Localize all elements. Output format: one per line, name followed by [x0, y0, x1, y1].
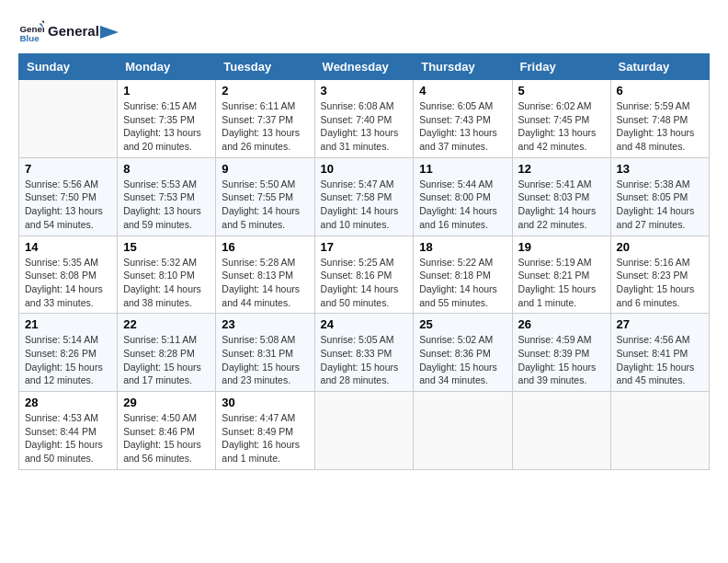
day-number: 19: [518, 240, 605, 254]
svg-marker-4: [100, 26, 119, 39]
day-info: Sunrise: 5:32 AM Sunset: 8:10 PM Dayligh…: [123, 256, 210, 310]
calendar-cell: 18Sunrise: 5:22 AM Sunset: 8:18 PM Dayli…: [414, 236, 512, 314]
day-info: Sunrise: 5:05 AM Sunset: 8:33 PM Dayligh…: [321, 333, 408, 387]
logo-arrow-icon: [100, 26, 119, 39]
day-info: Sunrise: 4:50 AM Sunset: 8:46 PM Dayligh…: [123, 411, 210, 465]
day-number: 29: [123, 396, 210, 409]
day-number: 25: [419, 317, 506, 331]
day-number: 6: [617, 84, 703, 98]
day-number: 21: [25, 317, 111, 331]
day-info: Sunrise: 5:28 AM Sunset: 8:13 PM Dayligh…: [222, 256, 308, 310]
calendar-cell: [414, 392, 512, 470]
day-number: 16: [222, 240, 308, 254]
day-number: 24: [321, 317, 408, 331]
col-saturday: Saturday: [610, 54, 709, 80]
calendar-cell: 14Sunrise: 5:35 AM Sunset: 8:08 PM Dayli…: [19, 236, 118, 314]
calendar-week-row: 7Sunrise: 5:56 AM Sunset: 7:50 PM Daylig…: [19, 157, 710, 236]
calendar-cell: 2Sunrise: 6:11 AM Sunset: 7:37 PM Daylig…: [216, 80, 314, 158]
day-number: 23: [222, 317, 308, 331]
logo: General Blue General: [18, 18, 119, 44]
calendar-cell: 16Sunrise: 5:28 AM Sunset: 8:13 PM Dayli…: [216, 236, 314, 314]
col-thursday: Thursday: [414, 54, 512, 80]
calendar-cell: 13Sunrise: 5:38 AM Sunset: 8:05 PM Dayli…: [610, 157, 709, 236]
day-number: 17: [321, 240, 408, 254]
day-info: Sunrise: 4:47 AM Sunset: 8:49 PM Dayligh…: [222, 411, 308, 465]
calendar-cell: [610, 392, 709, 470]
calendar-cell: 25Sunrise: 5:02 AM Sunset: 8:36 PM Dayli…: [414, 314, 512, 392]
calendar-cell: 12Sunrise: 5:41 AM Sunset: 8:03 PM Dayli…: [512, 157, 610, 236]
col-sunday: Sunday: [19, 54, 118, 80]
calendar-week-row: 14Sunrise: 5:35 AM Sunset: 8:08 PM Dayli…: [19, 236, 710, 314]
day-number: 3: [321, 84, 408, 98]
day-info: Sunrise: 6:05 AM Sunset: 7:43 PM Dayligh…: [419, 99, 506, 154]
day-info: Sunrise: 4:56 AM Sunset: 8:41 PM Dayligh…: [617, 333, 703, 387]
day-number: 18: [419, 240, 506, 254]
calendar-cell: 23Sunrise: 5:08 AM Sunset: 8:31 PM Dayli…: [216, 314, 314, 392]
day-number: 20: [617, 240, 703, 254]
logo-line1: General: [48, 24, 119, 40]
day-info: Sunrise: 5:08 AM Sunset: 8:31 PM Dayligh…: [222, 333, 308, 387]
day-info: Sunrise: 6:02 AM Sunset: 7:45 PM Dayligh…: [518, 99, 605, 154]
day-info: Sunrise: 5:47 AM Sunset: 7:58 PM Dayligh…: [321, 178, 408, 232]
day-info: Sunrise: 4:59 AM Sunset: 8:39 PM Dayligh…: [518, 333, 605, 387]
day-info: Sunrise: 5:16 AM Sunset: 8:23 PM Dayligh…: [617, 256, 703, 310]
day-number: 27: [617, 317, 703, 331]
calendar-week-row: 1Sunrise: 6:15 AM Sunset: 7:35 PM Daylig…: [19, 80, 710, 158]
col-monday: Monday: [118, 54, 216, 80]
calendar-cell: 27Sunrise: 4:56 AM Sunset: 8:41 PM Dayli…: [610, 314, 709, 392]
calendar-cell: 26Sunrise: 4:59 AM Sunset: 8:39 PM Dayli…: [512, 314, 610, 392]
day-info: Sunrise: 6:08 AM Sunset: 7:40 PM Dayligh…: [321, 99, 408, 154]
day-number: 12: [518, 162, 605, 176]
day-info: Sunrise: 5:35 AM Sunset: 8:08 PM Dayligh…: [25, 256, 111, 310]
calendar-cell: [512, 392, 610, 470]
day-info: Sunrise: 4:53 AM Sunset: 8:44 PM Dayligh…: [25, 411, 111, 465]
day-info: Sunrise: 5:02 AM Sunset: 8:36 PM Dayligh…: [419, 333, 506, 387]
calendar-cell: 30Sunrise: 4:47 AM Sunset: 8:49 PM Dayli…: [216, 392, 314, 470]
day-number: 2: [222, 84, 308, 98]
logo-icon: General Blue: [18, 18, 44, 44]
day-info: Sunrise: 5:14 AM Sunset: 8:26 PM Dayligh…: [25, 333, 111, 387]
day-info: Sunrise: 5:59 AM Sunset: 7:48 PM Dayligh…: [617, 99, 703, 154]
calendar-week-row: 28Sunrise: 4:53 AM Sunset: 8:44 PM Dayli…: [19, 392, 710, 470]
calendar-cell: 15Sunrise: 5:32 AM Sunset: 8:10 PM Dayli…: [118, 236, 216, 314]
col-wednesday: Wednesday: [314, 54, 414, 80]
day-number: 11: [419, 162, 506, 176]
day-number: 22: [123, 317, 210, 331]
calendar-cell: 21Sunrise: 5:14 AM Sunset: 8:26 PM Dayli…: [19, 314, 118, 392]
day-info: Sunrise: 5:38 AM Sunset: 8:05 PM Dayligh…: [617, 178, 703, 232]
day-info: Sunrise: 5:50 AM Sunset: 7:55 PM Dayligh…: [222, 178, 308, 232]
day-number: 8: [123, 162, 210, 176]
calendar-cell: 22Sunrise: 5:11 AM Sunset: 8:28 PM Dayli…: [118, 314, 216, 392]
day-info: Sunrise: 5:11 AM Sunset: 8:28 PM Dayligh…: [123, 333, 210, 387]
calendar-cell: 5Sunrise: 6:02 AM Sunset: 7:45 PM Daylig…: [512, 80, 610, 158]
calendar-cell: 6Sunrise: 5:59 AM Sunset: 7:48 PM Daylig…: [610, 80, 709, 158]
calendar-cell: [314, 392, 414, 470]
calendar-cell: 19Sunrise: 5:19 AM Sunset: 8:21 PM Dayli…: [512, 236, 610, 314]
calendar-header-row: Sunday Monday Tuesday Wednesday Thursday…: [19, 54, 710, 80]
day-number: 5: [518, 84, 605, 98]
calendar-cell: 4Sunrise: 6:05 AM Sunset: 7:43 PM Daylig…: [414, 80, 512, 158]
day-number: 7: [25, 162, 111, 176]
day-info: Sunrise: 5:44 AM Sunset: 8:00 PM Dayligh…: [419, 178, 506, 232]
calendar-cell: 17Sunrise: 5:25 AM Sunset: 8:16 PM Dayli…: [314, 236, 414, 314]
day-number: 1: [123, 84, 210, 98]
calendar-cell: 10Sunrise: 5:47 AM Sunset: 7:58 PM Dayli…: [314, 157, 414, 236]
day-number: 26: [518, 317, 605, 331]
day-info: Sunrise: 5:19 AM Sunset: 8:21 PM Dayligh…: [518, 256, 605, 310]
col-friday: Friday: [512, 54, 610, 80]
day-number: 28: [25, 396, 111, 409]
day-info: Sunrise: 6:15 AM Sunset: 7:35 PM Dayligh…: [123, 99, 210, 154]
day-info: Sunrise: 5:22 AM Sunset: 8:18 PM Dayligh…: [419, 256, 506, 310]
calendar-cell: 28Sunrise: 4:53 AM Sunset: 8:44 PM Dayli…: [19, 392, 118, 470]
calendar-cell: 9Sunrise: 5:50 AM Sunset: 7:55 PM Daylig…: [216, 157, 314, 236]
col-tuesday: Tuesday: [216, 54, 314, 80]
day-number: 30: [222, 396, 308, 409]
calendar-cell: 24Sunrise: 5:05 AM Sunset: 8:33 PM Dayli…: [314, 314, 414, 392]
calendar-cell: 11Sunrise: 5:44 AM Sunset: 8:00 PM Dayli…: [414, 157, 512, 236]
calendar-cell: 8Sunrise: 5:53 AM Sunset: 7:53 PM Daylig…: [118, 157, 216, 236]
calendar-cell: 20Sunrise: 5:16 AM Sunset: 8:23 PM Dayli…: [610, 236, 709, 314]
calendar-cell: [19, 80, 118, 158]
day-number: 15: [123, 240, 210, 254]
day-info: Sunrise: 5:25 AM Sunset: 8:16 PM Dayligh…: [321, 256, 408, 310]
calendar-table: Sunday Monday Tuesday Wednesday Thursday…: [18, 53, 710, 470]
